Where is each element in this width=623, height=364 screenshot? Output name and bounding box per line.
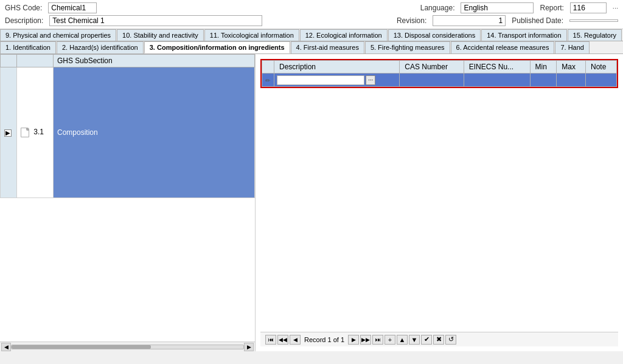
section-cell: 3.1 — [17, 67, 54, 198]
language-value: English — [461, 2, 534, 13]
description-value: Test Chemical 1 — [49, 15, 262, 26]
description-cell[interactable]: ··· — [274, 74, 400, 87]
tab-11[interactable]: 11. Toxicological information — [204, 29, 299, 41]
left-empty-space — [0, 198, 255, 342]
tab-6[interactable]: 6. Accidental release measures — [451, 41, 555, 53]
tab-2[interactable]: 2. Hazard(s) identification — [57, 41, 144, 53]
right-col-min: Min — [530, 61, 557, 74]
right-col-einecs: EINECS Nu... — [464, 61, 530, 74]
tabs-row-1: 9. Physical and chemical properties 10. … — [0, 29, 623, 41]
header-bar: GHS Code: Chemical1 Language: English Re… — [0, 0, 623, 29]
nav-up-button[interactable]: ▲ — [397, 335, 408, 345]
scroll-track[interactable] — [11, 345, 244, 349]
tab-9[interactable]: 9. Physical and chemical properties — [0, 29, 116, 41]
revision-label: Revision: — [397, 16, 426, 25]
scroll-right-arrow[interactable]: ▶ — [244, 343, 254, 351]
nav-refresh-button[interactable]: ↺ — [445, 335, 456, 345]
tab-12[interactable]: 12. Ecological information — [300, 29, 388, 41]
nav-last-button[interactable]: ⏭ — [372, 335, 383, 345]
note-cell[interactable] — [585, 74, 616, 87]
scroll-thumb — [12, 345, 151, 349]
tab-14[interactable]: 14. Transport information — [481, 29, 566, 41]
right-col-note: Note — [585, 61, 616, 74]
right-col-max: Max — [557, 61, 586, 74]
tab-1[interactable]: 1. Identification — [0, 41, 56, 53]
report-label: Report: — [540, 4, 563, 12]
published-date-label: Published Date: — [512, 16, 563, 25]
right-panel: Description CAS Number EINECS Nu... Min … — [256, 54, 623, 351]
nav-prev-button[interactable]: ◀ — [290, 335, 301, 345]
tab-13[interactable]: 13. Disposal considerations — [388, 29, 481, 41]
header-row-1: GHS Code: Chemical1 Language: English Re… — [5, 2, 618, 13]
right-col-row-header — [262, 61, 274, 74]
header-row-2: Description: Test Chemical 1 Revision: 1… — [5, 15, 618, 26]
min-cell[interactable] — [530, 74, 557, 87]
doc-icon — [21, 128, 29, 137]
tab-3[interactable]: 3. Composition/information on ingredient… — [144, 41, 290, 53]
tab-4[interactable]: 4. First-aid measures — [291, 41, 364, 53]
left-col-expand — [1, 55, 17, 67]
nav-next-next-button[interactable]: ▶▶ — [360, 335, 371, 345]
tab-5[interactable]: 5. Fire-fighting measures — [365, 41, 450, 53]
cas-cell[interactable] — [400, 74, 464, 87]
row-expand-cell: ▶ — [1, 67, 17, 198]
nav-prev-prev-button[interactable]: ◀◀ — [277, 335, 288, 345]
nav-check-button[interactable]: ✔ — [421, 335, 432, 345]
left-table: GHS SubSection ▶ 3.1 Composition — [0, 54, 255, 198]
nav-first-button[interactable]: ⏮ — [265, 335, 276, 345]
nav-next-button[interactable]: ▶ — [348, 335, 359, 345]
nav-delete-button[interactable]: ✖ — [433, 335, 444, 345]
ghs-code-value: Chemical1 — [48, 2, 97, 13]
description-input-group: ··· — [277, 75, 397, 85]
published-date-value — [569, 19, 618, 22]
right-table-wrapper: Description CAS Number EINECS Nu... Min … — [260, 59, 618, 88]
left-col-section — [17, 55, 54, 67]
tab-7[interactable]: 7. Hand — [555, 41, 590, 53]
description-input[interactable] — [277, 75, 364, 85]
tab-15[interactable]: 15. Regulatory — [568, 29, 622, 41]
row-edit-icon-cell: ✏ — [262, 74, 274, 87]
report-value: 116 — [570, 2, 607, 13]
table-row[interactable]: ✏ ··· — [262, 74, 617, 87]
max-cell[interactable] — [557, 74, 586, 87]
right-empty-space — [260, 88, 618, 332]
record-text: Record 1 of 1 — [304, 336, 344, 343]
report-ellipsis: ··· — [613, 4, 618, 12]
right-table: Description CAS Number EINECS Nu... Min … — [262, 60, 617, 87]
left-scrollbar[interactable]: ◀ ▶ — [0, 342, 255, 351]
pencil-icon: ✏ — [265, 77, 270, 84]
main-area: GHS SubSection ▶ 3.1 Composition ◀ — [0, 54, 623, 351]
tab-10[interactable]: 10. Stability and reactivity — [117, 29, 204, 41]
revision-value: 1 — [433, 15, 506, 26]
browse-button[interactable]: ··· — [366, 75, 375, 85]
nav-down-button[interactable]: ▼ — [409, 335, 420, 345]
expand-icon[interactable]: ▶ — [4, 129, 12, 137]
right-col-cas: CAS Number — [400, 61, 464, 74]
table-row[interactable]: ▶ 3.1 Composition — [1, 67, 255, 198]
left-panel: GHS SubSection ▶ 3.1 Composition ◀ — [0, 54, 256, 351]
tabs-row-2: 1. Identification 2. Hazard(s) identific… — [0, 41, 623, 54]
left-col-subsection: GHS SubSection — [54, 55, 255, 67]
ghs-code-label: GHS Code: — [5, 4, 42, 12]
right-col-description: Description — [274, 61, 400, 74]
right-table-header-row: Description CAS Number EINECS Nu... Min … — [262, 61, 617, 74]
subsection-cell[interactable]: Composition — [54, 67, 255, 198]
section-number: 3.1 — [33, 128, 44, 136]
description-label: Description: — [5, 16, 43, 25]
einecs-cell[interactable] — [464, 74, 530, 87]
bottom-nav: ⏮ ◀◀ ◀ Record 1 of 1 ▶ ▶▶ ⏭ + ▲ ▼ ✔ ✖ ↺ — [260, 332, 618, 346]
nav-add-button[interactable]: + — [385, 335, 395, 345]
language-label: Language: — [420, 4, 455, 12]
scroll-left-arrow[interactable]: ◀ — [1, 343, 11, 351]
